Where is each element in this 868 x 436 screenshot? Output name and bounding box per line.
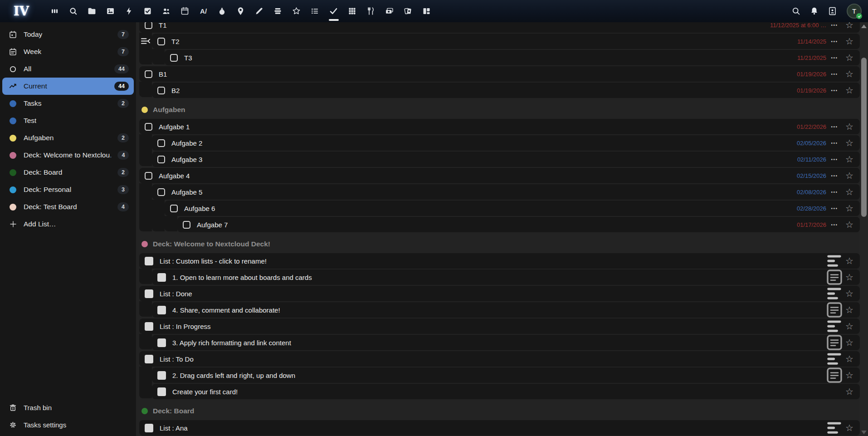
tasks-app-icon[interactable] bbox=[329, 6, 339, 16]
star-icon[interactable]: ☆ bbox=[843, 22, 856, 29]
task-checkbox[interactable] bbox=[145, 322, 153, 331]
star-icon[interactable]: ☆ bbox=[843, 387, 856, 396]
task-row[interactable]: Aufgabe 302/11/2026•••☆ bbox=[152, 152, 860, 167]
main-scrollbar[interactable] bbox=[860, 22, 868, 436]
task-checkbox[interactable] bbox=[157, 387, 166, 396]
more-actions-icon[interactable]: ••• bbox=[826, 173, 843, 178]
task-row[interactable]: Aufgabe 101/22/2026•••☆ bbox=[139, 119, 860, 134]
task-row[interactable]: 4. Share, comment and collaborate!☆ bbox=[152, 302, 860, 318]
task-checkbox[interactable] bbox=[145, 22, 152, 29]
collapse-subtasks-icon[interactable] bbox=[140, 36, 151, 46]
tasks-settings-button[interactable]: Tasks settings bbox=[2, 416, 134, 433]
dashboard-app-icon[interactable] bbox=[50, 6, 60, 16]
task-checkbox[interactable] bbox=[157, 156, 165, 163]
more-actions-icon[interactable]: ••• bbox=[826, 88, 843, 93]
favorites-app-icon[interactable] bbox=[292, 6, 302, 16]
task-row[interactable]: List : In Progress☆ bbox=[139, 318, 860, 334]
task-row[interactable]: 2. Drag cards left and right, up and dow… bbox=[152, 367, 860, 383]
star-icon[interactable]: ☆ bbox=[843, 86, 856, 95]
star-icon[interactable]: ☆ bbox=[843, 273, 856, 282]
task-checkbox[interactable] bbox=[157, 338, 166, 347]
task-checkbox[interactable] bbox=[183, 221, 190, 229]
finance-app-icon[interactable] bbox=[217, 6, 227, 16]
checkbox-app-icon[interactable] bbox=[143, 6, 153, 16]
task-row[interactable]: T211/14/2025•••☆ bbox=[152, 34, 860, 49]
sidebar-item-aufgaben[interactable]: Aufgaben2 bbox=[2, 129, 134, 147]
task-checkbox[interactable] bbox=[145, 70, 152, 78]
more-actions-icon[interactable]: ••• bbox=[826, 39, 843, 44]
star-icon[interactable]: ☆ bbox=[843, 289, 856, 298]
star-icon[interactable]: ☆ bbox=[843, 338, 856, 347]
more-actions-icon[interactable]: ••• bbox=[826, 141, 843, 146]
more-actions-icon[interactable]: ••• bbox=[826, 157, 843, 162]
scroll-up-arrow[interactable] bbox=[861, 24, 867, 28]
star-icon[interactable]: ☆ bbox=[843, 204, 856, 213]
task-checkbox[interactable] bbox=[157, 371, 166, 380]
task-checkbox[interactable] bbox=[157, 87, 165, 94]
sidebar-item-deck-personal[interactable]: Deck: Personal3 bbox=[2, 181, 134, 198]
cookbook-app-icon[interactable] bbox=[366, 6, 376, 16]
star-icon[interactable]: ☆ bbox=[843, 187, 856, 196]
star-icon[interactable]: ☆ bbox=[843, 69, 856, 78]
star-icon[interactable]: ☆ bbox=[843, 155, 856, 164]
task-row[interactable]: List : Ana☆ bbox=[139, 420, 860, 436]
task-row[interactable]: T111/12/2025 at 6:00 …•••☆ bbox=[139, 22, 860, 33]
star-icon[interactable]: ☆ bbox=[843, 122, 856, 131]
star-icon[interactable]: ☆ bbox=[843, 322, 856, 331]
task-row[interactable]: List : Done☆ bbox=[139, 286, 860, 301]
scroll-down-arrow[interactable] bbox=[861, 431, 867, 434]
money-app-icon[interactable] bbox=[385, 6, 395, 16]
task-checkbox[interactable] bbox=[170, 205, 178, 212]
star-icon[interactable]: ☆ bbox=[843, 354, 856, 363]
task-row[interactable]: Aufgabe 701/17/2026•••☆ bbox=[177, 217, 860, 232]
maps-app-icon[interactable] bbox=[236, 6, 246, 16]
user-avatar[interactable]: T bbox=[847, 4, 862, 19]
more-actions-icon[interactable]: ••• bbox=[826, 206, 843, 211]
task-row[interactable]: Aufgabe 402/15/2026•••☆ bbox=[139, 168, 860, 183]
scrollbar-thumb[interactable] bbox=[861, 58, 867, 217]
task-row[interactable]: Aufgabe 502/08/2026•••☆ bbox=[152, 184, 860, 200]
news-app-icon[interactable]: A/ bbox=[199, 6, 209, 16]
task-checkbox[interactable] bbox=[170, 54, 178, 62]
task-row[interactable]: List : To Do☆ bbox=[139, 351, 860, 367]
task-row[interactable]: 1. Open to learn more about boards and c… bbox=[152, 269, 860, 285]
files-app-icon[interactable] bbox=[87, 6, 97, 16]
more-actions-icon[interactable]: ••• bbox=[826, 124, 843, 129]
notes-app-icon[interactable] bbox=[254, 6, 264, 16]
app-logo[interactable]: IV bbox=[10, 3, 33, 19]
add-list-button[interactable]: Add List… bbox=[2, 216, 134, 233]
task-checkbox[interactable] bbox=[145, 257, 153, 265]
task-checkbox[interactable] bbox=[157, 38, 165, 45]
more-actions-icon[interactable]: ••• bbox=[826, 23, 843, 28]
tables-app-icon[interactable] bbox=[347, 6, 357, 16]
task-checkbox[interactable] bbox=[157, 139, 165, 147]
task-checkbox[interactable] bbox=[145, 172, 152, 180]
contacts-menu-icon[interactable] bbox=[827, 6, 838, 17]
search-icon[interactable] bbox=[790, 6, 801, 17]
task-row[interactable]: Create your first card!☆ bbox=[152, 384, 860, 399]
sidebar-item-deck-test-board[interactable]: Deck: Test Board4 bbox=[2, 198, 134, 216]
notifications-bell-icon[interactable] bbox=[809, 6, 819, 17]
star-icon[interactable]: ☆ bbox=[843, 37, 856, 46]
sidebar-item-deck-welcome-to-nextclou[interactable]: Deck: Welcome to Nextclou…4 bbox=[2, 147, 134, 164]
star-icon[interactable]: ☆ bbox=[843, 53, 856, 62]
task-checkbox[interactable] bbox=[145, 424, 153, 432]
star-icon[interactable]: ☆ bbox=[843, 138, 856, 147]
task-row[interactable]: B201/19/2026•••☆ bbox=[152, 83, 860, 98]
trash-bin-button[interactable]: Trash bin bbox=[2, 399, 134, 416]
calendar-app-icon[interactable] bbox=[180, 6, 190, 16]
star-icon[interactable]: ☆ bbox=[843, 256, 856, 265]
contacts-app-icon[interactable] bbox=[161, 6, 171, 16]
star-icon[interactable]: ☆ bbox=[843, 171, 856, 180]
cards-app-icon[interactable] bbox=[403, 6, 413, 16]
star-icon[interactable]: ☆ bbox=[843, 423, 856, 432]
boards-app-icon[interactable] bbox=[422, 6, 432, 16]
more-actions-icon[interactable]: ••• bbox=[826, 72, 843, 77]
task-row[interactable]: B101/19/2026•••☆ bbox=[139, 66, 860, 82]
search-app-icon[interactable] bbox=[68, 6, 78, 16]
task-checkbox[interactable] bbox=[145, 355, 153, 363]
more-actions-icon[interactable]: ••• bbox=[826, 190, 843, 195]
star-icon[interactable]: ☆ bbox=[843, 371, 856, 380]
photos-app-icon[interactable] bbox=[106, 6, 116, 16]
task-row[interactable]: Aufgabe 202/05/2026•••☆ bbox=[152, 135, 860, 151]
